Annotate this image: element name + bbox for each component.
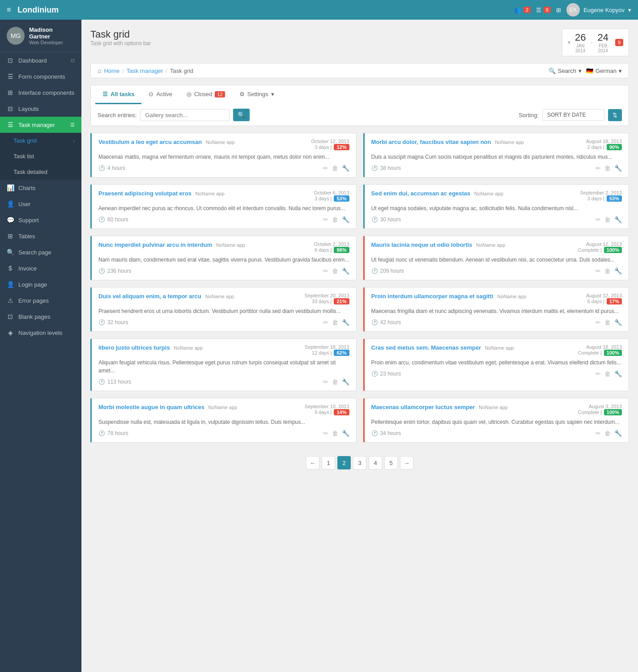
- task-delete-button[interactable]: 🗑: [604, 319, 611, 326]
- language-button[interactable]: 🇩🇪 German ▾: [586, 68, 622, 74]
- task-delete-button[interactable]: 🗑: [332, 267, 338, 275]
- page-4-button[interactable]: 4: [369, 456, 382, 469]
- task-edit-button[interactable]: ✏: [323, 378, 328, 385]
- people-nav-item[interactable]: 👥 2: [514, 7, 531, 13]
- page-2-button[interactable]: 2: [337, 456, 351, 469]
- task-hours: 🕐 32 hours: [98, 319, 128, 325]
- task-delete-button[interactable]: 🗑: [604, 370, 611, 377]
- prev-page-button[interactable]: ←: [306, 456, 319, 469]
- list-nav-item[interactable]: ☰ 6: [536, 7, 551, 13]
- task-title[interactable]: Duis vel aliquam enim, a tempor arcu: [98, 293, 201, 300]
- page-5-button[interactable]: 5: [384, 456, 398, 469]
- tab-active[interactable]: ⊙ Active: [141, 85, 179, 104]
- sidebar-item-invoice[interactable]: $ Invoice: [0, 260, 81, 276]
- page-1-button[interactable]: 1: [322, 456, 335, 469]
- sidebar-item-error-pages[interactable]: ⚠ Error pages: [0, 292, 81, 309]
- task-edit-button[interactable]: ✏: [595, 319, 601, 326]
- search-input[interactable]: [140, 109, 230, 121]
- task-delete-button[interactable]: 🗑: [332, 378, 338, 385]
- task-title[interactable]: Cras sed metus sem. Maecenas semper: [371, 344, 481, 351]
- menu-toggle-icon[interactable]: ≡: [7, 6, 11, 14]
- task-edit-button[interactable]: ✏: [595, 430, 601, 437]
- task-title[interactable]: Praesent adipiscing volutpat eros: [98, 190, 191, 197]
- sidebar-item-task-manager[interactable]: ☰ Task manager ☰: [0, 117, 81, 133]
- sidebar-item-tables[interactable]: ⊞ Tables: [0, 228, 81, 244]
- sidebar-item-form-components[interactable]: ☰ Form components: [0, 68, 81, 85]
- task-settings-button[interactable]: 🔧: [342, 319, 349, 326]
- task-settings-button[interactable]: 🔧: [342, 165, 349, 172]
- task-edit-button[interactable]: ✏: [323, 319, 328, 326]
- task-delete-button[interactable]: 🗑: [332, 319, 338, 326]
- tab-settings[interactable]: ⚙ Settings ▾: [232, 85, 281, 104]
- task-settings-button[interactable]: 🔧: [614, 216, 622, 223]
- user-menu[interactable]: EK Eugene Kopyov ▾: [566, 3, 631, 17]
- date-range-picker[interactable]: ▾ 26 JAN 2014 - 24 FEB 2014 9: [562, 29, 629, 56]
- page-3-button[interactable]: 3: [353, 456, 366, 469]
- avatar: EK: [566, 3, 580, 17]
- sidebar-item-user[interactable]: 👤 User: [0, 196, 81, 212]
- task-settings-button[interactable]: 🔧: [614, 319, 622, 326]
- sidebar-item-task-detailed[interactable]: Task detailed: [0, 164, 81, 180]
- tab-closed[interactable]: ◎ Closed 12: [179, 85, 232, 104]
- sidebar-item-support[interactable]: 💬 Support: [0, 212, 81, 228]
- breadcrumb-task-manager[interactable]: Task manager: [127, 68, 163, 74]
- task-edit-button[interactable]: ✏: [323, 267, 328, 275]
- task-delete-button[interactable]: 🗑: [332, 430, 338, 437]
- task-delete-button[interactable]: 🗑: [604, 165, 611, 172]
- tabs-bar: ☰ All tasks ⊙ Active ◎ Closed 12 ⚙ Setti…: [90, 85, 629, 104]
- task-title[interactable]: Morbi arcu dolor, faucibus vitae sapien …: [371, 139, 491, 145]
- task-title[interactable]: Proin interdum ullamcorper magna et sagi…: [371, 293, 493, 300]
- task-body: Ut feugiat nunc ut venenatis bibendum. A…: [371, 256, 622, 264]
- task-settings-button[interactable]: 🔧: [614, 370, 622, 377]
- breadcrumb-search-button[interactable]: 🔍 Search ▾: [549, 68, 582, 74]
- sidebar-item-blank-pages[interactable]: ⊡ Blank pages: [0, 309, 81, 325]
- task-settings-button[interactable]: 🔧: [614, 267, 622, 275]
- search-button[interactable]: 🔍: [233, 109, 250, 121]
- task-body: Pellentesque enim tortor, dapibus quis q…: [371, 418, 622, 426]
- task-delete-button[interactable]: 🗑: [604, 267, 611, 275]
- task-delete-button[interactable]: 🗑: [604, 430, 611, 437]
- task-progress-badge: 62%: [334, 350, 349, 356]
- tab-all-tasks[interactable]: ☰ All tasks: [95, 85, 141, 104]
- task-title[interactable]: Vestibulum a leo eget arcu accumsan: [98, 139, 202, 145]
- sidebar-item-interface-components[interactable]: ⊞ Interface components: [0, 85, 81, 101]
- grid-nav-item[interactable]: ⊞: [556, 7, 561, 13]
- task-title[interactable]: libero justo ultrices turpis: [98, 344, 170, 351]
- sidebar-item-dashboard[interactable]: ⊡ Dashboard ⊡: [0, 52, 81, 68]
- task-edit-button[interactable]: ✏: [323, 165, 328, 172]
- sidebar-item-navigation-levels[interactable]: ◈ Navigation levels: [0, 325, 81, 341]
- task-title[interactable]: Mauris lacinia neque ut odio lobortis: [371, 241, 472, 248]
- task-settings-button[interactable]: 🔧: [614, 165, 622, 172]
- chevron-right-icon: ⊡: [71, 58, 75, 63]
- sort-select[interactable]: SORT BY DATESORT BY NAMESORT BY STATUS: [542, 109, 604, 121]
- task-delete-button[interactable]: 🗑: [332, 165, 338, 172]
- task-edit-button[interactable]: ✏: [323, 430, 328, 437]
- task-settings-button[interactable]: 🔧: [342, 216, 349, 223]
- task-settings-button[interactable]: 🔧: [342, 267, 349, 275]
- task-edit-button[interactable]: ✏: [323, 216, 328, 223]
- task-days: 3 days |: [315, 196, 332, 201]
- task-settings-button[interactable]: 🔧: [342, 378, 349, 385]
- sidebar-item-search-page[interactable]: 🔍 Search page: [0, 244, 81, 260]
- sidebar-item-task-list[interactable]: Task list: [0, 148, 81, 164]
- task-edit-button[interactable]: ✏: [595, 165, 601, 172]
- task-edit-button[interactable]: ✏: [595, 267, 601, 275]
- sidebar-item-layouts[interactable]: ⊟ Layouts: [0, 101, 81, 117]
- breadcrumb-home[interactable]: Home: [104, 68, 119, 74]
- task-title[interactable]: Sed enim dui, accumsan ac egestas: [371, 190, 471, 197]
- task-title[interactable]: Maecenas ullamcorper luctus semper: [371, 404, 475, 410]
- task-settings-button[interactable]: 🔧: [342, 430, 349, 437]
- sidebar-item-login-page[interactable]: 👤 Login page: [0, 276, 81, 292]
- task-settings-button[interactable]: 🔧: [614, 430, 622, 437]
- sort-toggle-button[interactable]: ⇅: [608, 109, 622, 121]
- task-title[interactable]: Morbi molestie augue in quam ultrices: [98, 404, 204, 410]
- sidebar-item-task-grid[interactable]: Task grid ›: [0, 133, 81, 148]
- task-delete-button[interactable]: 🗑: [604, 216, 611, 223]
- task-edit-button[interactable]: ✏: [595, 216, 601, 223]
- task-edit-button[interactable]: ✏: [595, 370, 601, 377]
- task-delete-button[interactable]: 🗑: [332, 216, 338, 223]
- chevron-down-icon: ▾: [619, 68, 622, 74]
- next-page-button[interactable]: →: [400, 456, 413, 469]
- task-title[interactable]: Nunc imperdiet pulvinar arcu in interdum: [98, 241, 212, 248]
- sidebar-item-charts[interactable]: 📊 Charts: [0, 180, 81, 196]
